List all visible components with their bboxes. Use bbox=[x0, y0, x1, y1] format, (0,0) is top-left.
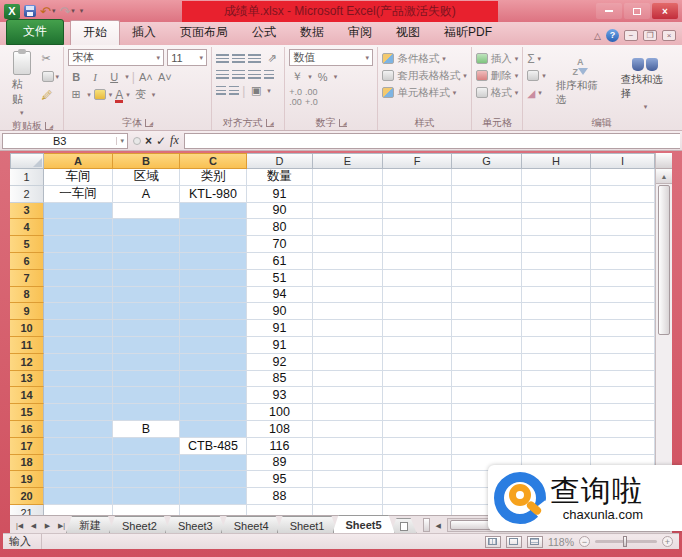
cell-F2[interactable] bbox=[383, 186, 452, 203]
number-dialog-launcher-icon[interactable] bbox=[339, 119, 347, 127]
cell-C10[interactable] bbox=[180, 320, 247, 337]
cell-E10[interactable] bbox=[313, 320, 383, 337]
row-header-12[interactable]: 12 bbox=[10, 354, 44, 371]
cell-F18[interactable] bbox=[383, 455, 452, 472]
decrease-indent-icon[interactable] bbox=[216, 86, 226, 95]
cancel-entry-icon[interactable]: × bbox=[145, 134, 152, 148]
fill-color-button[interactable] bbox=[94, 89, 106, 100]
cell-G2[interactable] bbox=[452, 186, 522, 203]
cell-I10[interactable] bbox=[591, 320, 655, 337]
row-header-19[interactable]: 19 bbox=[10, 471, 44, 488]
cell-E3[interactable] bbox=[313, 203, 383, 220]
cell-D16[interactable]: 108 bbox=[247, 421, 313, 438]
cell-D7[interactable]: 51 bbox=[247, 270, 313, 287]
cell-B20[interactable] bbox=[113, 488, 180, 505]
cell-D3[interactable]: 90 bbox=[247, 203, 313, 220]
cell-D11[interactable]: 91 bbox=[247, 337, 313, 354]
row-header-8[interactable]: 8 bbox=[10, 287, 44, 304]
cell-I14[interactable] bbox=[591, 387, 655, 404]
row-header-6[interactable]: 6 bbox=[10, 253, 44, 270]
row-header-4[interactable]: 4 bbox=[10, 219, 44, 236]
cell-G10[interactable] bbox=[452, 320, 522, 337]
cell-H16[interactable] bbox=[522, 421, 591, 438]
column-header-G[interactable]: G bbox=[452, 153, 522, 169]
cell-I17[interactable] bbox=[591, 438, 655, 455]
cell-E7[interactable] bbox=[313, 270, 383, 287]
ribbon-tab-数据[interactable]: 数据 bbox=[288, 21, 336, 45]
cell-D20[interactable]: 88 bbox=[247, 488, 313, 505]
zoom-slider-thumb[interactable] bbox=[623, 536, 627, 547]
ribbon-tab-开始[interactable]: 开始 bbox=[70, 20, 120, 45]
page-layout-view-button[interactable] bbox=[506, 536, 522, 548]
cell-A17[interactable] bbox=[44, 438, 113, 455]
cell-C11[interactable] bbox=[180, 337, 247, 354]
cell-G14[interactable] bbox=[452, 387, 522, 404]
cell-C5[interactable] bbox=[180, 236, 247, 253]
row-header-10[interactable]: 10 bbox=[10, 320, 44, 337]
format-painter-button[interactable]: 🖉 bbox=[42, 87, 60, 102]
borders-button[interactable]: ⊞ bbox=[68, 87, 84, 102]
cell-G17[interactable] bbox=[452, 438, 522, 455]
font-dialog-launcher-icon[interactable] bbox=[145, 119, 153, 127]
ribbon-tab-视图[interactable]: 视图 bbox=[384, 21, 432, 45]
cell-H13[interactable] bbox=[522, 371, 591, 388]
font-name-select[interactable]: 宋体▾ bbox=[68, 49, 164, 66]
cell-F5[interactable] bbox=[383, 236, 452, 253]
cell-E19[interactable] bbox=[313, 471, 383, 488]
wrap-text-icon[interactable] bbox=[264, 70, 274, 79]
increase-decimal-button[interactable]: +.0.00 bbox=[289, 87, 302, 107]
cell-A13[interactable] bbox=[44, 371, 113, 388]
cell-styles-button[interactable]: 单元格样式▾ bbox=[382, 85, 467, 100]
cell-B14[interactable] bbox=[113, 387, 180, 404]
redo-button[interactable]: ↷▾ bbox=[59, 4, 74, 19]
cell-D14[interactable]: 93 bbox=[247, 387, 313, 404]
cell-A8[interactable] bbox=[44, 287, 113, 304]
cell-I7[interactable] bbox=[591, 270, 655, 287]
row-header-15[interactable]: 15 bbox=[10, 404, 44, 421]
undo-dropdown-icon[interactable]: ▾ bbox=[52, 7, 56, 15]
cell-C6[interactable] bbox=[180, 253, 247, 270]
row-header-14[interactable]: 14 bbox=[10, 387, 44, 404]
cell-I1[interactable] bbox=[591, 169, 655, 186]
cell-H5[interactable] bbox=[522, 236, 591, 253]
row-header-21[interactable]: 21 bbox=[10, 505, 44, 515]
last-sheet-icon[interactable]: ▶| bbox=[55, 519, 68, 532]
cell-D12[interactable]: 92 bbox=[247, 354, 313, 371]
cell-A10[interactable] bbox=[44, 320, 113, 337]
cell-E18[interactable] bbox=[313, 455, 383, 472]
cell-A3[interactable] bbox=[44, 203, 113, 220]
ribbon-tab-审阅[interactable]: 审阅 bbox=[336, 21, 384, 45]
cell-I15[interactable] bbox=[591, 404, 655, 421]
cell-A11[interactable] bbox=[44, 337, 113, 354]
cell-G16[interactable] bbox=[452, 421, 522, 438]
workbook-minimize-icon[interactable]: − bbox=[624, 30, 638, 41]
cell-G8[interactable] bbox=[452, 287, 522, 304]
sheet-tab-Sheet3[interactable]: Sheet3 bbox=[165, 516, 226, 533]
copy-button[interactable]: ▾ bbox=[42, 69, 60, 84]
cell-D6[interactable]: 61 bbox=[247, 253, 313, 270]
cell-F1[interactable] bbox=[383, 169, 452, 186]
cell-A19[interactable] bbox=[44, 471, 113, 488]
cell-H15[interactable] bbox=[522, 404, 591, 421]
cell-E5[interactable] bbox=[313, 236, 383, 253]
cell-C18[interactable] bbox=[180, 455, 247, 472]
next-sheet-icon[interactable]: ▶ bbox=[41, 519, 54, 532]
row-header-11[interactable]: 11 bbox=[10, 337, 44, 354]
cell-D10[interactable]: 91 bbox=[247, 320, 313, 337]
workbook-close-icon[interactable]: × bbox=[662, 30, 676, 41]
cell-C3[interactable] bbox=[180, 203, 247, 220]
row-header-18[interactable]: 18 bbox=[10, 455, 44, 472]
cell-E15[interactable] bbox=[313, 404, 383, 421]
ribbon-tab-页面布局[interactable]: 页面布局 bbox=[168, 21, 240, 45]
align-top-icon[interactable] bbox=[216, 54, 229, 63]
number-format-select[interactable]: 数值▾ bbox=[289, 49, 373, 66]
cell-A15[interactable] bbox=[44, 404, 113, 421]
cut-button[interactable]: ✂ bbox=[42, 51, 60, 66]
cell-D8[interactable]: 94 bbox=[247, 287, 313, 304]
merge-center-icon[interactable]: ▣ bbox=[248, 83, 264, 98]
cell-B10[interactable] bbox=[113, 320, 180, 337]
cell-D13[interactable]: 85 bbox=[247, 371, 313, 388]
cell-F19[interactable] bbox=[383, 471, 452, 488]
cell-B11[interactable] bbox=[113, 337, 180, 354]
cell-C13[interactable] bbox=[180, 371, 247, 388]
